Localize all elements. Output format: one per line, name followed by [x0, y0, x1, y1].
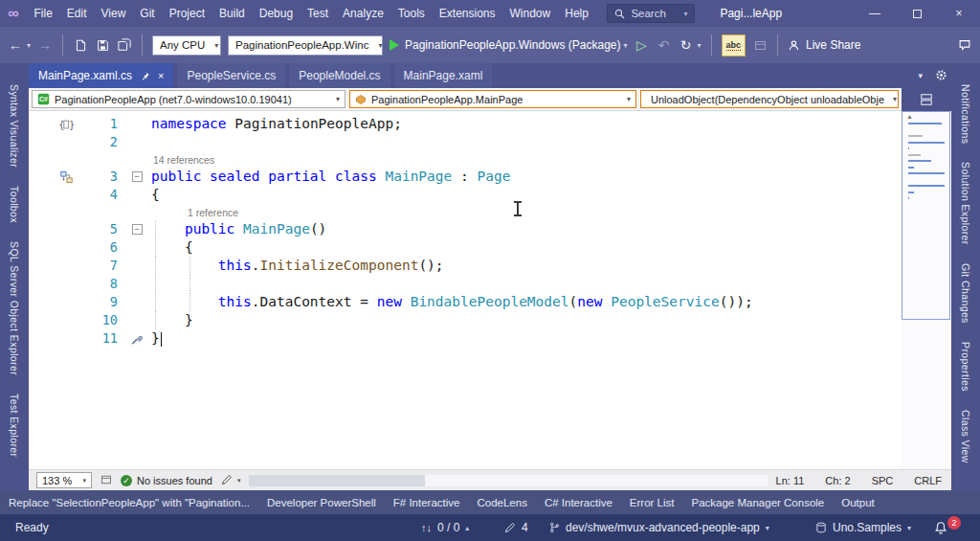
maximize-button[interactable]	[896, 0, 938, 27]
pane-icon[interactable]	[100, 474, 112, 487]
codelens-text-cell[interactable]: 14 references	[151, 151, 902, 168]
codelens-references-link[interactable]: 1 reference	[188, 205, 238, 221]
preview-changes-button[interactable]	[752, 34, 768, 56]
breakpoint-gutter[interactable]	[29, 257, 77, 275]
tool-tab-sql-server-object-explorer[interactable]: SQL Server Object Explorer	[9, 241, 20, 375]
tool-tab-properties[interactable]: Properties	[960, 342, 971, 392]
code-cleanup-icon[interactable]	[221, 474, 233, 487]
fold-margin[interactable]	[122, 186, 151, 204]
line-ending-indicator[interactable]: CRLF	[914, 475, 942, 486]
member-dropdown[interactable]: UnloadObject(DependencyObject unloadable…	[640, 90, 899, 108]
breakpoint-gutter[interactable]	[29, 238, 77, 257]
startup-project-dropdown[interactable]: PaginationPeopleApp.Winc ▾	[228, 35, 383, 56]
panel-tab-package-manager-console[interactable]: Package Manager Console	[692, 497, 825, 508]
start-without-debugging-button[interactable]: ▷	[635, 34, 650, 56]
code-line-11[interactable]: 11}	[29, 329, 902, 348]
breakpoint-gutter[interactable]	[29, 329, 77, 348]
code-text[interactable]: public sealed partial class MainPage : P…	[151, 168, 902, 186]
menu-tools[interactable]: Tools	[390, 0, 432, 27]
tab-peopleservice-cs[interactable]: PeopleService.cs	[177, 63, 285, 88]
fold-margin[interactable]	[122, 311, 151, 329]
tab-list-chevron-icon[interactable]: ▾	[918, 71, 923, 80]
menu-view[interactable]: View	[94, 0, 133, 27]
save-all-button[interactable]	[117, 34, 132, 56]
code-text[interactable]: }	[151, 329, 902, 348]
breakpoint-gutter[interactable]	[29, 151, 77, 168]
tool-tab-solution-explorer[interactable]: Solution Explorer	[960, 162, 971, 245]
horizontal-scrollbar[interactable]	[249, 475, 767, 486]
tool-tab-notifications[interactable]: Notifications	[960, 84, 971, 144]
menu-window[interactable]: Window	[502, 0, 558, 27]
breakpoint-gutter[interactable]	[29, 204, 77, 220]
search-input[interactable]: Search ▾	[607, 4, 695, 23]
menu-test[interactable]: Test	[301, 0, 336, 27]
quick-actions-icon[interactable]	[122, 329, 151, 348]
panel-tab-c#-interactive[interactable]: C# Interactive	[545, 497, 612, 508]
notifications-button[interactable]: 2	[934, 514, 967, 541]
close-icon[interactable]: ×	[158, 71, 164, 81]
menu-extensions[interactable]: Extensions	[432, 0, 502, 27]
panel-tab-error-list[interactable]: Error List	[630, 497, 675, 508]
project-dropdown[interactable]: C# PaginationPeopleApp (net7.0-windows10…	[32, 90, 345, 108]
tool-tab-syntax-visualizer[interactable]: Syntax Visualizer	[9, 84, 20, 168]
menu-help[interactable]: Help	[558, 0, 596, 27]
save-button[interactable]	[95, 34, 110, 56]
document-health-indicator[interactable]: ✓ No issues found	[121, 475, 212, 486]
code-line-4[interactable]: 4{	[29, 186, 902, 204]
breakpoint-gutter[interactable]	[29, 133, 77, 151]
panel-tab-f#-interactive[interactable]: F# Interactive	[393, 497, 460, 508]
minimap[interactable]: ▲	[902, 111, 951, 469]
tool-tab-toolbox[interactable]: Toolbox	[9, 186, 20, 223]
zoom-dropdown[interactable]: 133 % ▾	[36, 472, 92, 488]
fold-margin[interactable]	[122, 257, 151, 275]
fold-margin[interactable]	[122, 293, 151, 311]
minimize-button[interactable]: —	[854, 0, 896, 27]
gear-icon[interactable]	[935, 69, 947, 83]
branch-selector[interactable]: dev/shwe/mvux-advanced-people-app ▾	[549, 514, 769, 541]
breakpoint-gutter[interactable]	[29, 220, 77, 238]
menu-git[interactable]: Git	[133, 0, 162, 27]
hot-reload-chevron-icon[interactable]: ▾	[698, 41, 702, 50]
code-line-5[interactable]: 5− public MainPage()	[29, 220, 902, 238]
breakpoint-gutter[interactable]	[29, 275, 77, 293]
menu-edit[interactable]: Edit	[59, 0, 94, 27]
code-text[interactable]: {	[151, 186, 902, 204]
code-line-10[interactable]: 10 }	[29, 311, 902, 329]
code-text[interactable]: public MainPage()	[151, 220, 902, 238]
tool-tab-class-view[interactable]: Class View	[960, 410, 971, 463]
fold-margin[interactable]	[122, 204, 151, 220]
code-text[interactable]: {	[151, 238, 902, 257]
chevron-down-icon[interactable]: ▾	[683, 10, 687, 18]
line-indicator[interactable]: Ln: 11	[776, 475, 805, 486]
new-file-button[interactable]	[73, 34, 88, 56]
panel-tab-developer-powershell[interactable]: Developer PowerShell	[267, 497, 376, 508]
code-line-7[interactable]: 7 this.InitializeComponent();	[29, 257, 902, 275]
tab-peoplemodel-cs[interactable]: PeopleModel.cs	[289, 63, 390, 88]
spaces-indicator[interactable]: SPC	[872, 475, 894, 486]
fold-margin[interactable]	[122, 238, 151, 257]
panel-tab-output[interactable]: Output	[841, 497, 875, 508]
repository-selector[interactable]: Uno.Samples ▾	[815, 514, 911, 541]
menu-file[interactable]: File	[27, 0, 59, 27]
fold-margin[interactable]	[122, 115, 151, 133]
scrollbar-thumb[interactable]	[249, 475, 425, 486]
column-indicator[interactable]: Ch: 2	[825, 475, 850, 486]
code-line-1[interactable]: {}1namespace PaginationPeopleApp;	[29, 115, 902, 133]
navigate-back-button[interactable]: ←	[8, 34, 23, 56]
spell-checker-toggle-button[interactable]: abc	[722, 34, 746, 56]
panel-tab-replace-selectionpeopleapp-wit[interactable]: Replace "SelectionPeopleApp" with "Pagin…	[9, 497, 250, 508]
codelens-row[interactable]: 1 reference	[29, 204, 902, 220]
close-button[interactable]: ×	[938, 0, 980, 27]
fold-margin[interactable]: −	[122, 168, 151, 186]
menu-build[interactable]: Build	[212, 0, 253, 27]
split-editor-button[interactable]	[902, 88, 951, 111]
menu-analyze[interactable]: Analyze	[336, 0, 391, 27]
start-debugging-button[interactable]: PaginationPeopleApp.Windows (Package) ▾	[390, 38, 627, 52]
fold-margin[interactable]: −	[122, 220, 151, 238]
live-share-button[interactable]: Live Share	[788, 38, 860, 52]
tool-tab-test-explorer[interactable]: Test Explorer	[9, 394, 20, 457]
code-text[interactable]: }	[151, 311, 902, 329]
panel-tab-codelens[interactable]: CodeLens	[477, 497, 526, 508]
tab-mainpage-xaml[interactable]: MainPage.xaml	[394, 63, 493, 88]
codelens-row[interactable]: 14 references	[29, 151, 902, 168]
